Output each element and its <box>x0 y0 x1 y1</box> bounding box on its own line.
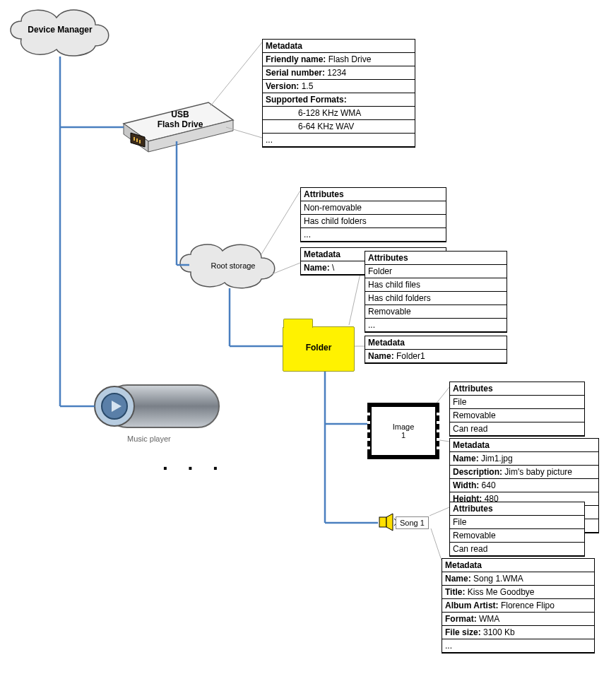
panel-header: Metadata <box>450 439 598 452</box>
folder-label: Folder <box>283 343 354 353</box>
row-friendly-name: Friendly name: Flash Drive <box>263 53 415 66</box>
root-attrs-panel: Attributes Non-removable Has child folde… <box>300 187 446 242</box>
row: Non-removable <box>301 201 446 215</box>
song-meta-panel: Metadata Name: Song 1.WMA Title: Kiss Me… <box>442 558 595 654</box>
row: Can read <box>450 543 584 556</box>
svg-line-22 <box>226 127 262 138</box>
row: File <box>450 396 584 409</box>
svg-point-9 <box>102 394 127 419</box>
row: File <box>450 516 584 529</box>
svg-rect-5 <box>136 138 138 142</box>
row-fmt2: 6-64 KHz WAV <box>263 120 415 134</box>
panel-header: Attributes <box>450 502 584 516</box>
panel-header: Metadata <box>442 559 594 572</box>
svg-marker-3 <box>131 133 145 147</box>
song-label: Song 1 <box>396 516 429 529</box>
usb-metadata-panel: Metadata Friendly name: Flash Drive Seri… <box>262 39 415 148</box>
row-size: File size: 3100 Kb <box>442 626 594 639</box>
panel-header: Metadata <box>263 40 415 53</box>
svg-rect-4 <box>134 137 135 141</box>
ellipsis: . . . <box>162 452 225 475</box>
row-version: Version: 1.5 <box>263 80 415 93</box>
row-name: Name: Song 1.WMA <box>442 572 594 586</box>
svg-rect-31 <box>379 517 386 527</box>
svg-rect-7 <box>106 385 219 427</box>
row: Has child files <box>365 278 507 292</box>
image-attrs-panel: Attributes File Removable Can read <box>449 382 585 437</box>
folder-shape: Folder <box>283 326 355 372</box>
svg-line-21 <box>211 42 262 106</box>
row-more: ... <box>442 639 594 653</box>
row: Removable <box>450 529 584 543</box>
svg-marker-1 <box>124 124 148 152</box>
panel-header: Attributes <box>301 188 446 201</box>
song-attrs-panel: Attributes File Removable Can read <box>449 502 585 557</box>
music-player-label: Music player <box>127 434 171 443</box>
row: Removable <box>450 409 584 422</box>
row-name: Name: Jim1.jpg <box>450 452 598 466</box>
row-more: ... <box>263 134 415 147</box>
svg-rect-6 <box>139 140 141 143</box>
speaker-icon <box>379 514 396 531</box>
svg-line-30 <box>431 528 442 560</box>
svg-point-8 <box>95 386 134 426</box>
svg-line-23 <box>261 191 300 254</box>
row-serial: Serial number: 1234 <box>263 66 415 80</box>
row: Folder <box>365 265 507 278</box>
row-name: Name: Folder1 <box>365 350 507 363</box>
row: ... <box>365 319 507 332</box>
row: Can read <box>450 422 584 436</box>
row-artist: Album Artist: Florence Flipo <box>442 599 594 613</box>
music-player-shape <box>95 385 219 427</box>
row-supported: Supported Formats: <box>263 93 415 107</box>
row-desc: Description: Jim's baby picture <box>450 466 598 479</box>
panel-header: Metadata <box>365 336 507 350</box>
root-storage-label: Root storage <box>198 261 268 270</box>
diagram-stage: Device Manager USBFlash Drive Metadata F… <box>0 0 616 674</box>
folder-meta-panel: Metadata Name: Folder1 <box>365 336 507 364</box>
row: Has child folders <box>301 215 446 228</box>
panel-header: Attributes <box>365 252 507 265</box>
row: ... <box>301 228 446 242</box>
svg-marker-10 <box>112 401 122 412</box>
row-format: Format: WMA <box>442 613 594 626</box>
folder-attrs-panel: Attributes Folder Has child files Has ch… <box>365 251 507 333</box>
svg-marker-32 <box>386 514 393 531</box>
svg-line-24 <box>272 263 300 274</box>
row-fmt1: 6-128 KHz WMA <box>263 107 415 120</box>
panel-header: Attributes <box>450 382 584 396</box>
usb-drive-label: USBFlash Drive <box>148 110 212 129</box>
row: Removable <box>365 305 507 319</box>
row-title: Title: Kiss Me Goodbye <box>442 586 594 599</box>
svg-line-29 <box>430 507 449 516</box>
image-shape: Image1 <box>367 403 439 459</box>
row-width: Width: 640 <box>450 479 598 492</box>
row: Has child folders <box>365 292 507 305</box>
device-manager-label: Device Manager <box>14 25 106 35</box>
